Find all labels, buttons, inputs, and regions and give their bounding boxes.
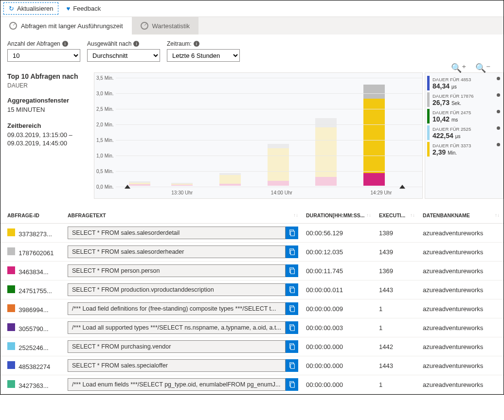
- zoom-in-icon[interactable]: 🔍⁺: [451, 63, 467, 73]
- duration-chart[interactable]: 0,0 Min.0,5 Min.1,0 Min.1,5 Min.2,0 Min.…: [94, 72, 423, 199]
- color-swatch: [7, 380, 15, 388]
- heart-icon: ♥: [66, 5, 70, 12]
- y-tick: 0,5 Min.: [96, 169, 114, 174]
- copy-button[interactable]: [286, 302, 298, 315]
- duration-cell: 00:00:11.745: [302, 262, 375, 280]
- query-id: 3427363...: [18, 382, 48, 389]
- query-id: 3055790...: [18, 325, 48, 332]
- table-row[interactable]: 24751755...SELECT * FROM production.vpro…: [0, 280, 504, 299]
- db-cell: azureadventureworks: [419, 318, 504, 337]
- legend-item[interactable]: DAUER FÜR 1787626,73 Sek.: [427, 92, 501, 107]
- y-tick: 0,0 Min.: [96, 184, 114, 190]
- copy-button[interactable]: [286, 321, 298, 334]
- tab-wait-stats[interactable]: Wartestatistik: [132, 17, 199, 35]
- info-icon[interactable]: [497, 110, 500, 113]
- chart-bar[interactable]: [363, 85, 385, 186]
- info-icon[interactable]: [497, 77, 500, 80]
- exec-cell: 1443: [375, 356, 419, 375]
- copy-button[interactable]: [286, 359, 298, 372]
- feedback-label: Feedback: [73, 5, 101, 12]
- table-row[interactable]: 485382274SELECT * FROM sales.specialoffe…: [0, 356, 504, 375]
- selected-select[interactable]: Durchschnitt: [87, 49, 160, 62]
- copy-button[interactable]: [286, 378, 298, 391]
- chart-bar[interactable]: [219, 173, 241, 186]
- db-cell: azureadventureworks: [419, 375, 504, 394]
- count-select[interactable]: 10: [7, 49, 80, 62]
- info-icon[interactable]: i: [62, 41, 68, 47]
- selected-label: Ausgewählt nach i: [87, 40, 160, 47]
- period-label: Zeitraum: i: [167, 40, 240, 47]
- legend-item[interactable]: DAUER FÜR 485384,34 μs: [427, 76, 501, 90]
- copy-button[interactable]: [286, 340, 298, 353]
- range-handle[interactable]: [399, 185, 405, 189]
- period-select[interactable]: Letzte 6 Stunden: [167, 49, 240, 62]
- exec-cell: 1389: [375, 224, 419, 243]
- query-id: 3463834...: [18, 268, 48, 276]
- zoom-out-icon[interactable]: 🔍⁻: [475, 63, 491, 73]
- y-tick: 1,0 Min.: [96, 153, 114, 158]
- info-icon[interactable]: [497, 143, 500, 146]
- legend-item[interactable]: DAUER FÜR 33732,39 Min.: [427, 142, 501, 157]
- svg-rect-3: [290, 250, 294, 255]
- query-text[interactable]: SELECT * FROM sales.salesorderheader: [68, 245, 286, 258]
- tab-long-running[interactable]: Abfragen mit langer Ausführungszeit: [0, 17, 132, 35]
- legend-item[interactable]: DAUER FÜR 2525422,54 μs: [427, 125, 501, 140]
- exec-cell: 1442: [375, 337, 419, 356]
- feedback-button[interactable]: ♥ Feedback: [61, 2, 106, 15]
- col-id[interactable]: ABFRAGE-ID: [0, 208, 64, 224]
- svg-rect-15: [290, 364, 294, 369]
- refresh-button[interactable]: ↻ Aktualisieren: [3, 2, 58, 15]
- copy-button[interactable]: [286, 227, 298, 239]
- query-text[interactable]: SELECT * FROM purchasing.vendor: [68, 340, 286, 353]
- query-text[interactable]: SELECT * FROM production.vproductanddesc…: [68, 283, 286, 296]
- timerange-value: 09.03.2019, 13:15:00 – 09.03.2019, 14:45…: [7, 131, 90, 148]
- refresh-icon: ↻: [9, 5, 14, 12]
- range-handle[interactable]: [125, 185, 130, 189]
- chart-bar[interactable]: [171, 183, 193, 186]
- col-text[interactable]: ABFRAGETEXT↑↓: [64, 208, 302, 224]
- y-tick: 1,5 Min.: [96, 138, 114, 143]
- color-swatch: [7, 342, 15, 350]
- legend-item[interactable]: DAUER FÜR 247510,42 ms: [427, 109, 501, 123]
- table-row[interactable]: 3427363.../*** Load enum fields ***/SELE…: [0, 375, 504, 394]
- duration-cell: 00:00:00.000: [302, 337, 375, 356]
- svg-rect-13: [290, 345, 294, 350]
- query-text[interactable]: /*** Load enum fields ***/SELECT pg_type…: [68, 378, 286, 391]
- query-text[interactable]: SELECT * FROM sales.salesorderdetail: [68, 227, 286, 239]
- table-row[interactable]: 3055790.../*** Load all supported types …: [0, 318, 504, 337]
- top-queries-label: Top 10 Abfragen nach: [7, 72, 90, 80]
- query-id: 3986994...: [18, 306, 48, 314]
- info-icon[interactable]: [497, 93, 500, 97]
- chart-bar[interactable]: [129, 181, 150, 186]
- table-row[interactable]: 3986994.../*** Load field definitions fo…: [0, 299, 504, 318]
- query-id: 2525246...: [18, 344, 48, 351]
- query-text[interactable]: SELECT * FROM sales.specialoffer: [68, 359, 286, 372]
- query-text[interactable]: /*** Load field definitions for (free-st…: [68, 302, 286, 315]
- copy-button[interactable]: [286, 245, 298, 258]
- table-row[interactable]: 1787602061SELECT * FROM sales.salesorder…: [0, 243, 504, 262]
- copy-button[interactable]: [286, 283, 298, 296]
- query-text[interactable]: /*** Load all supported types ***/SELECT…: [68, 321, 286, 334]
- chart-legend: DAUER FÜR 485384,34 μsDAUER FÜR 1787626,…: [425, 72, 504, 199]
- chart-bar[interactable]: [268, 144, 289, 186]
- chart-bar[interactable]: [315, 118, 337, 186]
- query-text[interactable]: SELECT * FROM person.person: [68, 264, 286, 277]
- col-exec[interactable]: EXECUTI...↑↓: [375, 208, 419, 224]
- table-row[interactable]: 2525246...SELECT * FROM purchasing.vendo…: [0, 337, 504, 356]
- info-icon[interactable]: i: [133, 41, 139, 47]
- col-db[interactable]: DATENBANKNAME↑↓: [419, 208, 504, 224]
- query-id: 485382274: [18, 363, 50, 370]
- metric-label: DAUER: [7, 82, 90, 89]
- db-cell: azureadventureworks: [419, 356, 504, 375]
- info-icon[interactable]: i: [194, 41, 199, 47]
- db-cell: azureadventureworks: [419, 299, 504, 318]
- copy-button[interactable]: [286, 264, 298, 277]
- table-row[interactable]: 33738273...SELECT * FROM sales.salesorde…: [0, 224, 504, 243]
- x-tick: 14:00 Uhr: [271, 190, 292, 195]
- col-duration[interactable]: DURATION[HH:MM:SS...↑↓: [302, 208, 375, 224]
- duration-cell: 00:00:00.009: [302, 299, 375, 318]
- color-swatch: [7, 228, 15, 236]
- table-row[interactable]: 3463834...SELECT * FROM person.person00:…: [0, 262, 504, 280]
- info-icon[interactable]: [497, 126, 500, 130]
- svg-rect-9: [290, 307, 294, 312]
